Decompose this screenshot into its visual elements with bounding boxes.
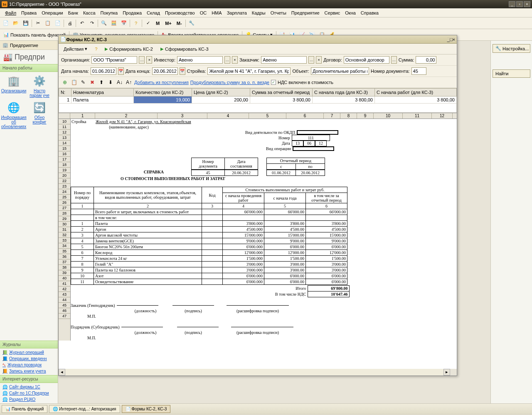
m-plus-button[interactable]: M+: [163, 19, 173, 27]
menu-help[interactable]: Справка: [358, 10, 381, 16]
object-input[interactable]: [311, 67, 369, 75]
col-year[interactable]: С начала года (для КС-3): [313, 89, 375, 96]
row-header[interactable]: 10: [59, 119, 70, 124]
row-header[interactable]: 31: [59, 227, 70, 232]
icon-organizations[interactable]: 🏢Организации: [2, 74, 25, 98]
date-start-input[interactable]: [91, 67, 116, 75]
paste-icon[interactable]: 📄: [54, 19, 62, 27]
save-icon[interactable]: 💾: [22, 19, 30, 27]
menu-bank[interactable]: Банк: [66, 10, 81, 16]
help-button[interactable]: ?: [92, 46, 100, 52]
link-rcko[interactable]: 🌐 Раздел РЦКО: [2, 396, 55, 403]
link-book-record[interactable]: 📙 Запись книги учета: [2, 368, 55, 374]
sort-asc-icon[interactable]: A↓: [116, 79, 123, 86]
menu-file[interactable]: Файл: [2, 10, 19, 16]
sum-input[interactable]: [416, 56, 436, 64]
row-header[interactable]: 25: [59, 195, 70, 200]
tab-enterprise[interactable]: 🏢 Предприятие: [0, 41, 58, 50]
minimize-button[interactable]: _: [509, 1, 515, 7]
investor-clear[interactable]: ×: [232, 56, 238, 64]
move-down-icon[interactable]: ⬇: [107, 79, 114, 86]
menu-nma[interactable]: НМА: [209, 10, 224, 16]
link-journal-wiring[interactable]: ᴬₖ Журнал проводок: [2, 362, 55, 368]
stroyka-input[interactable]: [207, 67, 291, 75]
taskbar-internet[interactable]: 🌐 Интернет-под...: Авторизация: [49, 405, 120, 413]
icon-updates-info[interactable]: 🌐Информация об обновлениях: [2, 101, 25, 129]
show-panel-button[interactable]: 📊Показать панель функций: [2, 31, 67, 38]
row-header[interactable]: 47: [59, 314, 70, 319]
new-icon[interactable]: 📄: [2, 19, 10, 27]
find-button[interactable]: Найти: [493, 69, 530, 78]
edit-row-icon[interactable]: ✎: [79, 79, 87, 86]
col-works[interactable]: С начала работ (для КС-3): [375, 89, 457, 96]
maximize-button[interactable]: ▫: [516, 1, 523, 7]
investor-input[interactable]: [177, 56, 223, 64]
copy-icon[interactable]: 📋: [44, 19, 52, 27]
menu-os[interactable]: ОС: [197, 10, 209, 16]
taskbar-panel-func[interactable]: 📊 Панель функций: [2, 405, 47, 413]
calendar-icon[interactable]: 📅: [120, 19, 128, 27]
doc-hscrollbar[interactable]: ◂ ▸: [59, 369, 457, 375]
row-header[interactable]: 45: [59, 303, 70, 308]
row-header[interactable]: 19: [59, 168, 70, 173]
col-qty[interactable]: Количество (для КС-2): [134, 89, 192, 96]
icon-settings[interactable]: ⚙️Настр парам уче: [28, 74, 51, 98]
menu-edit[interactable]: Правка: [19, 10, 39, 16]
form-ks3-button[interactable]: ▶Сформировать КС-3: [158, 46, 211, 52]
row-header[interactable]: 39: [59, 270, 70, 276]
menu-production[interactable]: Производство: [163, 10, 197, 16]
dup-sum-link[interactable]: Продублировать сумму за о. п. везде: [190, 80, 269, 85]
col-price[interactable]: Цена (для КС-2): [192, 89, 250, 96]
row-header[interactable]: 24: [59, 189, 70, 195]
menu-sale[interactable]: Продажа: [120, 10, 144, 16]
add-row-icon[interactable]: ⊕: [61, 79, 69, 86]
grid-row[interactable]: 1 Палета 19,000 200,00 3 800,00 3 800,00…: [59, 96, 457, 104]
row-header[interactable]: 30: [59, 222, 70, 227]
contract-input[interactable]: [344, 56, 389, 64]
open-icon[interactable]: 📂: [12, 19, 20, 27]
link-1c-site[interactable]: 🌐 Сайт фирмы 1С: [2, 384, 55, 390]
row-header[interactable]: 37: [59, 259, 70, 265]
find-icon[interactable]: 🔍: [100, 19, 108, 27]
row-header[interactable]: 40: [59, 276, 70, 281]
calc-icon[interactable]: 🧮: [110, 19, 118, 27]
row-header[interactable]: 29: [59, 216, 70, 222]
row-header[interactable]: 22: [59, 178, 70, 184]
settings-button[interactable]: 🔧 Настройка...: [493, 44, 530, 53]
spreadsheet[interactable]: 1 2 3 4 5 6 7 8 9 10 11 12 1011121314151…: [59, 113, 457, 369]
link-ops-entered[interactable]: 📘 Операции, введенн: [2, 356, 55, 362]
menu-warehouse[interactable]: Склад: [144, 10, 163, 16]
help-icon[interactable]: ?: [132, 19, 140, 27]
row-header[interactable]: 15: [59, 146, 70, 151]
investor-select[interactable]: …: [224, 56, 230, 64]
row-header[interactable]: 27: [59, 205, 70, 211]
col-n[interactable]: N:: [59, 89, 71, 96]
org-clear[interactable]: ×: [146, 56, 152, 64]
row-header[interactable]: 14: [59, 141, 70, 146]
redo-icon[interactable]: ↷: [88, 19, 96, 27]
row-header[interactable]: 44: [59, 297, 70, 303]
undo-icon[interactable]: ↶: [78, 19, 86, 27]
menu-operations[interactable]: Операции: [39, 10, 65, 16]
m-button[interactable]: M: [154, 19, 162, 27]
menu-windows[interactable]: Окна: [342, 10, 358, 16]
link-journal-ops[interactable]: 📗 Журнал операций: [2, 349, 55, 356]
link-1c-enterprise[interactable]: 🌐 Сайт по 1С:Предпри: [2, 390, 55, 396]
row-header[interactable]: 41: [59, 281, 70, 287]
row-header[interactable]: 43: [59, 292, 70, 297]
col-nomenclature[interactable]: Номенклатура: [71, 89, 134, 96]
taskbar-forms[interactable]: 📄 Формы КС-2, КС-3: [122, 405, 171, 413]
row-header[interactable]: 17: [59, 157, 70, 162]
delete-row-icon[interactable]: ✖: [89, 79, 96, 86]
row-header[interactable]: 35: [59, 249, 70, 254]
doc-close-button[interactable]: ×: [453, 37, 455, 42]
menu-kassa[interactable]: Касса: [81, 10, 98, 16]
date-end-input[interactable]: [152, 67, 178, 75]
row-header[interactable]: 26: [59, 200, 70, 205]
contract-select[interactable]: …: [391, 56, 397, 64]
row-header[interactable]: 28: [59, 211, 70, 216]
date-start-picker[interactable]: 📅: [118, 67, 124, 75]
sort-desc-icon[interactable]: A↑: [125, 79, 133, 86]
col-sum[interactable]: Сумма за отчетный период: [250, 89, 313, 96]
row-header[interactable]: 32: [59, 232, 70, 238]
